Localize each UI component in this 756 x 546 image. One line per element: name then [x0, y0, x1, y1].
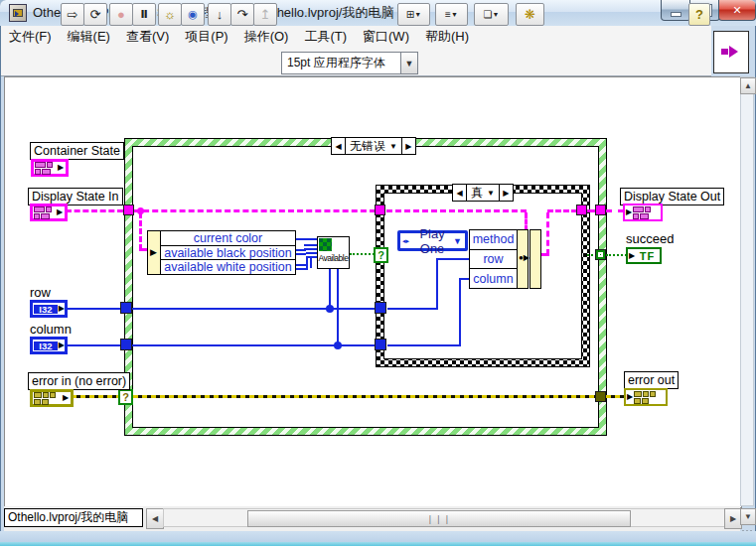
menu-view[interactable]: 查看(V) — [118, 26, 177, 48]
vi-icon-pane[interactable] — [713, 31, 749, 73]
tunnel-row[interactable] — [120, 302, 132, 314]
case-prev-icon[interactable]: ◀ — [332, 138, 345, 154]
wire-row — [132, 308, 377, 310]
i32-glyph: I32 — [34, 341, 58, 350]
bundle-node-bar[interactable] — [529, 229, 541, 289]
unbundle-field-current-color[interactable]: current color — [161, 231, 295, 246]
case-prev-icon[interactable]: ◀ — [453, 185, 466, 201]
bundle-node[interactable]: method row column — [469, 229, 518, 289]
cluster-glyph — [633, 390, 663, 405]
outer-case-selector-terminal[interactable]: ? — [118, 389, 133, 405]
vertical-scrollbar[interactable] — [740, 76, 754, 506]
wire-display-state — [386, 209, 527, 212]
lightbulb-icon: ☼ — [164, 7, 176, 22]
wire-display-state — [134, 209, 376, 212]
inner-case-selector-label[interactable]: ◀ 真▼ ▶ — [452, 184, 514, 202]
wire-row — [436, 258, 469, 260]
bundle-field-method[interactable]: method — [470, 230, 517, 250]
container-state-terminal[interactable]: ▶ — [31, 159, 69, 177]
enum-value: Play One — [411, 226, 453, 256]
error-out-terminal[interactable]: ▶ — [624, 388, 668, 406]
menu-project[interactable]: 项目(P) — [177, 26, 235, 48]
bundle-field-column[interactable]: column — [470, 269, 517, 288]
step-over-button[interactable]: ↷ — [230, 3, 254, 26]
bundle-field-row[interactable]: row — [470, 250, 517, 270]
enum-increment-icon[interactable]: ◂▸ — [400, 237, 411, 245]
wire-column-to-subvi — [337, 269, 339, 345]
display-state-in-terminal[interactable]: ▶ — [30, 204, 68, 221]
case-next-icon[interactable]: ▶ — [500, 185, 513, 201]
close-icon: ✕ — [732, 4, 741, 17]
available-subvi[interactable]: Available — [317, 236, 350, 269]
column-terminal[interactable]: I32 ▶ — [30, 337, 68, 354]
chevron-down-icon: ▼ — [414, 11, 421, 18]
cleanup-diagram-button[interactable]: ❋ — [516, 3, 544, 26]
run-button[interactable]: ⇨ — [61, 3, 84, 26]
reorder-objects-button[interactable]: ❏▼ — [474, 3, 509, 26]
wire-row-to-subvi — [329, 269, 331, 309]
arrow-right-icon: ▶ — [730, 514, 736, 523]
case-dropdown-icon[interactable]: ▼ — [389, 142, 397, 151]
tunnel-row[interactable] — [375, 302, 386, 314]
menu-edit[interactable]: 编辑(E) — [60, 26, 118, 48]
step-into-button[interactable]: ↓ — [208, 3, 231, 26]
menu-file[interactable]: 文件(F) — [1, 26, 60, 48]
succeed-label: succeed — [626, 231, 674, 246]
horizontal-scrollbar[interactable]: ❘❘❘ — [163, 508, 726, 527]
outer-case-selector-label[interactable]: ◀ 无错误▼ ▶ — [331, 137, 416, 155]
tunnel-error[interactable] — [595, 391, 606, 402]
horizontal-scrollbar-thumb[interactable]: ❘❘❘ — [247, 510, 631, 527]
unbundle-node[interactable]: current color available black position a… — [160, 230, 296, 275]
error-in-terminal[interactable]: ▶ — [30, 389, 74, 407]
scroll-down-button[interactable]: ▼ — [740, 508, 756, 525]
tunnel-succeed[interactable] — [595, 249, 606, 260]
menu-operate[interactable]: 操作(O) — [236, 26, 297, 48]
highlight-execution-button[interactable]: ☼ — [158, 3, 182, 26]
unbundle-field-available-black-position[interactable]: available black position — [161, 246, 295, 261]
tunnel-display-state[interactable] — [595, 205, 606, 215]
pause-button[interactable]: Ⅱ — [132, 3, 156, 26]
succeed-terminal[interactable]: ▶ TF — [626, 247, 662, 264]
display-state-out-terminal[interactable]: ▶ — [623, 204, 663, 221]
scroll-up-button[interactable]: ▲ — [740, 77, 756, 94]
tunnel-column[interactable] — [120, 339, 132, 350]
row-terminal[interactable]: I32 ▶ — [30, 300, 68, 318]
tunnel-display-state[interactable] — [576, 205, 587, 215]
tunnel-column[interactable] — [375, 339, 386, 350]
align-objects-button[interactable]: ⊞▼ — [397, 3, 430, 26]
context-help-button[interactable]: ? — [688, 3, 710, 26]
case-next-icon[interactable]: ▶ — [402, 138, 415, 154]
close-button[interactable]: ✕ — [718, 0, 756, 21]
inner-case-selector-terminal[interactable]: ? — [374, 247, 388, 263]
wire-error — [606, 395, 625, 398]
bundle-link-icon: ●▶ — [519, 253, 529, 262]
menu-help[interactable]: 帮助(H) — [417, 26, 477, 48]
execution-target-label[interactable]: Othello.lvproj/我的电脑 — [4, 508, 143, 527]
enum-dropdown-icon[interactable]: ▼ — [453, 236, 465, 246]
minimize-button[interactable] — [661, 0, 691, 21]
wire-junction — [137, 207, 144, 214]
step-over-icon: ↷ — [237, 7, 248, 22]
chevron-down-icon: ▼ — [451, 11, 458, 18]
scroll-left-button[interactable]: ◀ — [146, 508, 164, 529]
run-continuous-button[interactable]: ⟳ — [83, 3, 107, 26]
window-bottom-edge — [0, 542, 756, 546]
vi-icon-arrow-rect — [721, 49, 728, 55]
unbundle-field-available-white-position[interactable]: available white position — [161, 260, 295, 274]
wire-available-black — [304, 244, 317, 250]
font-selector[interactable]: 15pt 应用程序字体 ▼ — [281, 52, 418, 74]
menu-tools[interactable]: 工具(T) — [296, 26, 355, 48]
tunnel-display-state[interactable] — [375, 205, 385, 215]
abort-button[interactable]: ● — [109, 3, 133, 26]
enum-constant-play-one[interactable]: ◂▸ Play One ▼ — [397, 230, 468, 251]
tunnel-display-state[interactable] — [123, 205, 134, 215]
chevron-down-icon: ▼ — [493, 11, 500, 18]
retain-wire-values-button[interactable]: ◉ — [181, 3, 205, 26]
chevron-down-icon[interactable]: ▼ — [400, 53, 417, 73]
step-out-icon: ↥ — [260, 7, 271, 22]
distribute-objects-button[interactable]: ≡▼ — [435, 3, 468, 26]
inner-case-name: 真 — [471, 185, 483, 202]
case-dropdown-icon[interactable]: ▼ — [487, 189, 495, 198]
menu-window[interactable]: 窗口(W) — [355, 26, 417, 48]
step-out-button[interactable]: ↥ — [253, 3, 277, 26]
